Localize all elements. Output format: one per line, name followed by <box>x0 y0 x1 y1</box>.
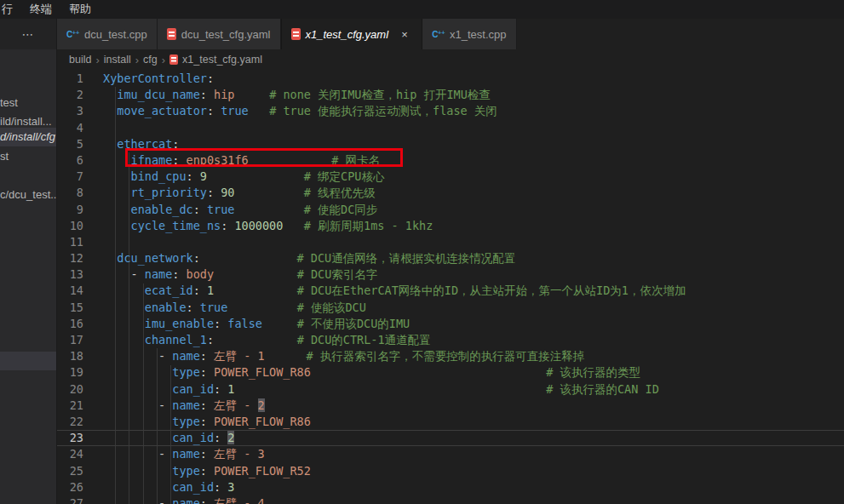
code-text: - name: 左臂 - 2 <box>96 398 265 414</box>
line-number: 17 <box>57 332 96 348</box>
code-text: cycle_time_ns: 1000000 # 刷新周期1ms - 1khz <box>96 218 433 234</box>
yaml-file-icon <box>167 28 176 40</box>
code-text: can_id: 3 <box>96 479 234 495</box>
breadcrumb: build›install›cfg›x1_test_cfg.yaml <box>57 49 844 70</box>
code-text: channel_1: # DCU的CTRL-1通道配置 <box>96 332 431 348</box>
code-lines: 1XyberController:2 imu_dcu_name: hip # n… <box>57 71 844 504</box>
breadcrumb-item-3[interactable]: x1_test_cfg.yaml <box>169 54 262 66</box>
cpp-file-icon <box>66 28 79 41</box>
code-line-13[interactable]: 13 - name: body # DCU索引名字 <box>57 266 844 283</box>
more-actions-icon[interactable]: ⋯ <box>22 27 35 41</box>
sidebar-item-0[interactable]: test <box>0 94 56 112</box>
code-line-15[interactable]: 15 enable: true # 使能该DCU <box>57 300 844 316</box>
line-number: 4 <box>57 120 96 136</box>
breadcrumb-item-2[interactable]: cfg <box>143 54 158 66</box>
line-number: 25 <box>57 463 96 479</box>
line-number: 9 <box>57 202 96 218</box>
line-number: 3 <box>57 103 96 119</box>
code-line-14[interactable]: 14 ecat_id: 1 # DCU在EtherCAT网络中的ID，从主站开始… <box>57 283 844 299</box>
code-line-11[interactable]: 11 <box>57 234 844 250</box>
code-text: imu_enable: false # 不使用该DCU的IMU <box>96 316 410 332</box>
line-number: 14 <box>57 283 96 299</box>
code-line-19[interactable]: 19 type: POWER_FLOW_R86 # 该执行器的类型 <box>57 364 844 381</box>
code-text: type: POWER_FLOW_R86 # 该执行器的类型 <box>96 364 640 381</box>
code-text: dcu_network: # DCU通信网络，请根据实机连接情况配置 <box>96 250 515 266</box>
code-text: - name: 左臂 - 4 <box>96 495 265 504</box>
line-number: 23 <box>57 430 96 446</box>
code-line-21[interactable]: 21 - name: 左臂 - 2 <box>57 398 844 414</box>
sidebar-item-2[interactable]: d/install/cfg <box>0 128 56 146</box>
line-number: 2 <box>57 87 96 103</box>
tab-label: x1_test.cpp <box>450 28 507 41</box>
code-line-5[interactable]: 5 ethercat: <box>57 136 844 152</box>
line-number: 6 <box>57 152 96 169</box>
line-number: 7 <box>57 169 96 185</box>
editor[interactable]: 1XyberController:2 imu_dcu_name: hip # n… <box>57 70 844 504</box>
chevron-right-icon: › <box>135 54 140 66</box>
code-line-9[interactable]: 9 enable_dc: true # 使能DC同步 <box>57 202 844 218</box>
code-text: XyberController: <box>96 71 214 87</box>
line-number: 26 <box>57 479 96 495</box>
code-text: enable: true # 使能该DCU <box>96 300 366 316</box>
code-text: ifname: enp0s31f6 # 网卡名 <box>96 152 380 169</box>
code-line-3[interactable]: 3 move_actuator: true # true 使能执行器运动测试，f… <box>57 103 844 119</box>
code-line-4[interactable]: 4 <box>57 120 844 136</box>
sidebar-item-5[interactable] <box>0 352 56 370</box>
code-line-18[interactable]: 18 - name: 左臂 - 1 # 执行器索引名字，不需要控制的执行器可直接… <box>57 348 844 364</box>
menu-item-1[interactable]: 终端 <box>21 2 60 17</box>
code-line-16[interactable]: 16 imu_enable: false # 不使用该DCU的IMU <box>57 316 844 332</box>
code-text: type: POWER_FLOW_R86 <box>96 414 311 430</box>
tab-dcu_test-cpp[interactable]: dcu_test.cpp <box>57 19 158 49</box>
code-line-17[interactable]: 17 channel_1: # DCU的CTRL-1通道配置 <box>57 332 844 348</box>
code-line-24[interactable]: 24 - name: 左臂 - 3 <box>57 446 844 462</box>
code-text: enable_dc: true # 使能DC同步 <box>96 202 377 218</box>
code-line-1[interactable]: 1XyberController: <box>57 71 844 87</box>
sidebar-item-3[interactable]: st <box>0 147 56 165</box>
line-number: 5 <box>57 136 96 152</box>
line-number: 27 <box>57 495 96 504</box>
code-line-20[interactable]: 20 can_id: 1 # 该执行器的CAN ID <box>57 381 844 398</box>
breadcrumb-item-1[interactable]: install <box>104 54 131 66</box>
code-line-2[interactable]: 2 imu_dcu_name: hip # none 关闭IMU检查，hip 打… <box>57 87 844 103</box>
code-text: - name: 左臂 - 3 <box>96 446 265 462</box>
code-line-23[interactable]: 23 can_id: 2 <box>57 430 844 446</box>
sidebar-item-4[interactable]: c/dcu_test... <box>0 186 56 203</box>
line-number: 24 <box>57 446 96 462</box>
code-text: ecat_id: 1 # DCU在EtherCAT网络中的ID，从主站开始，第一… <box>96 283 686 299</box>
code-line-22[interactable]: 22 type: POWER_FLOW_R86 <box>57 414 844 430</box>
sidebar-actions: ⋯ <box>0 19 56 49</box>
tab-dcu_test_cfg-yaml[interactable]: dcu_test_cfg.yaml <box>158 19 281 49</box>
menu-item-2[interactable]: 帮助 <box>60 2 100 17</box>
code-text: - name: body # DCU索引名字 <box>96 266 377 283</box>
tab-label: dcu_test.cpp <box>84 28 147 41</box>
yaml-file-icon <box>169 54 178 65</box>
close-icon[interactable]: × <box>397 26 412 42</box>
code-line-12[interactable]: 12 dcu_network: # DCU通信网络，请根据实机连接情况配置 <box>57 250 844 266</box>
chevron-right-icon: › <box>161 54 166 66</box>
code-text: bind_cpu: 9 # 绑定CPU核心 <box>96 169 384 185</box>
code-text <box>96 120 103 136</box>
code-text: can_id: 1 # 该执行器的CAN ID <box>96 381 659 398</box>
code-line-10[interactable]: 10 cycle_time_ns: 1000000 # 刷新周期1ms - 1k… <box>57 218 844 234</box>
code-text: can_id: 2 <box>96 430 234 446</box>
code-line-25[interactable]: 25 type: POWER_FLOW_R52 <box>57 463 844 479</box>
menu-item-0[interactable]: 行 <box>0 2 21 17</box>
breadcrumb-item-0[interactable]: build <box>69 54 91 66</box>
chevron-right-icon: › <box>95 54 100 66</box>
code-line-6[interactable]: 6 ifname: enp0s31f6 # 网卡名 <box>57 152 844 169</box>
sidebar: ⋯ testild/install...d/install/cfgstc/dcu… <box>0 19 57 504</box>
code-line-26[interactable]: 26 can_id: 3 <box>57 479 844 495</box>
tab-x1_test-cpp[interactable]: x1_test.cpp <box>422 19 517 49</box>
vscode-window: 行终端帮助 ⋯ testild/install...d/install/cfgs… <box>0 0 844 504</box>
code-line-27[interactable]: 27 - name: 左臂 - 4 <box>57 495 844 504</box>
tab-x1_test_cfg-yaml[interactable]: x1_test_cfg.yaml× <box>281 19 423 49</box>
code-text: imu_dcu_name: hip # none 关闭IMU检查，hip 打开I… <box>96 87 491 103</box>
line-number: 12 <box>57 250 96 266</box>
code-line-7[interactable]: 7 bind_cpu: 9 # 绑定CPU核心 <box>57 169 844 185</box>
code-line-8[interactable]: 8 rt_priority: 90 # 线程优先级 <box>57 185 844 201</box>
line-number: 21 <box>57 398 96 414</box>
line-number: 19 <box>57 364 96 381</box>
code-text <box>96 234 103 250</box>
tab-label: x1_test_cfg.yaml <box>306 28 389 41</box>
line-number: 1 <box>57 71 96 87</box>
